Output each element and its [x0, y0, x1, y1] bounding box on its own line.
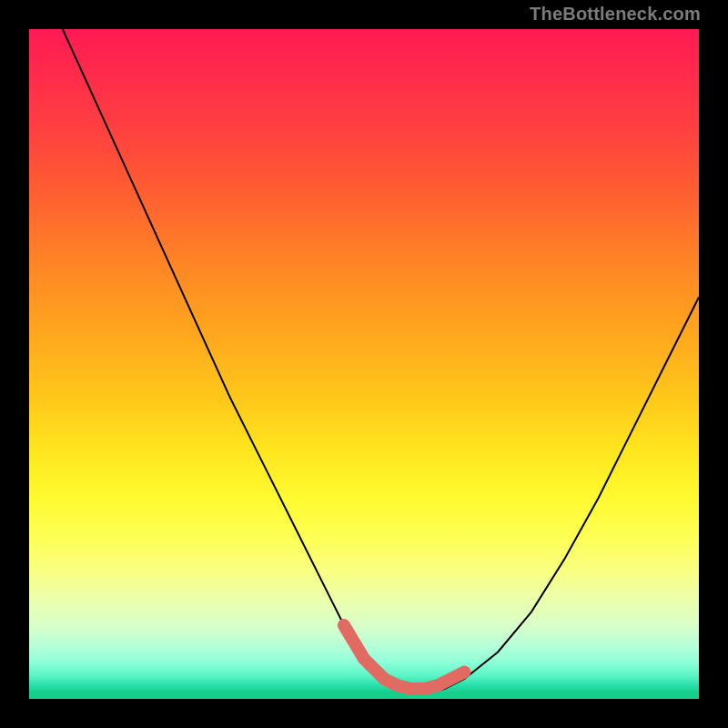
chart-container: TheBottleneck.com [0, 0, 728, 728]
bottleneck-curve-path [63, 29, 699, 693]
watermark-text: TheBottleneck.com [530, 4, 701, 25]
chart-svg [29, 29, 699, 699]
optimal-range-highlight [344, 625, 464, 689]
plot-area [29, 29, 699, 699]
